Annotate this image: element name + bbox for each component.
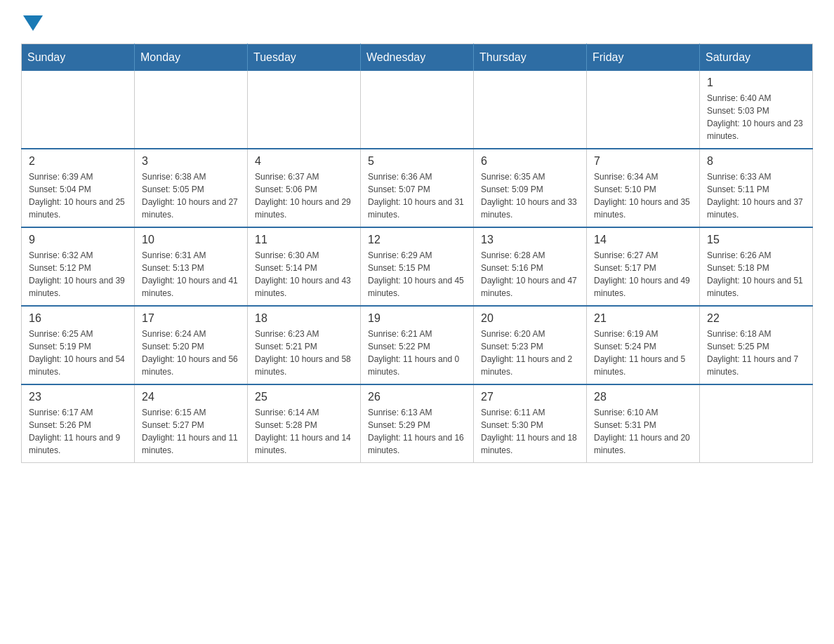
weekday-header-sunday: Sunday — [22, 44, 135, 72]
day-number: 22 — [707, 312, 805, 325]
day-info: Sunrise: 6:40 AMSunset: 5:03 PMDaylight:… — [707, 92, 805, 142]
calendar-week-row: 1Sunrise: 6:40 AMSunset: 5:03 PMDaylight… — [22, 71, 813, 149]
day-info: Sunrise: 6:25 AMSunset: 5:19 PMDaylight:… — [29, 328, 127, 378]
calendar-day-cell: 5Sunrise: 6:36 AMSunset: 5:07 PMDaylight… — [361, 149, 474, 227]
calendar-day-cell: 3Sunrise: 6:38 AMSunset: 5:05 PMDaylight… — [135, 149, 248, 227]
calendar-day-cell: 14Sunrise: 6:27 AMSunset: 5:17 PMDayligh… — [587, 227, 700, 306]
logo — [21, 14, 43, 29]
calendar-day-cell: 23Sunrise: 6:17 AMSunset: 5:26 PMDayligh… — [22, 384, 135, 463]
day-info: Sunrise: 6:27 AMSunset: 5:17 PMDaylight:… — [594, 249, 692, 300]
calendar-day-cell: 22Sunrise: 6:18 AMSunset: 5:25 PMDayligh… — [700, 306, 813, 384]
weekday-header-monday: Monday — [135, 44, 248, 72]
day-info: Sunrise: 6:23 AMSunset: 5:21 PMDaylight:… — [255, 328, 353, 378]
calendar-day-cell: 2Sunrise: 6:39 AMSunset: 5:04 PMDaylight… — [22, 149, 135, 227]
calendar-day-cell: 19Sunrise: 6:21 AMSunset: 5:22 PMDayligh… — [361, 306, 474, 384]
day-number: 15 — [707, 234, 805, 246]
calendar-day-cell — [474, 71, 587, 149]
calendar-week-row: 16Sunrise: 6:25 AMSunset: 5:19 PMDayligh… — [22, 306, 813, 384]
day-number: 11 — [255, 234, 353, 246]
calendar-day-cell: 15Sunrise: 6:26 AMSunset: 5:18 PMDayligh… — [700, 227, 813, 306]
day-info: Sunrise: 6:38 AMSunset: 5:05 PMDaylight:… — [142, 170, 240, 221]
weekday-header-saturday: Saturday — [700, 44, 813, 72]
calendar-day-cell: 6Sunrise: 6:35 AMSunset: 5:09 PMDaylight… — [474, 149, 587, 227]
calendar-day-cell: 10Sunrise: 6:31 AMSunset: 5:13 PMDayligh… — [135, 227, 248, 306]
calendar-day-cell: 8Sunrise: 6:33 AMSunset: 5:11 PMDaylight… — [700, 149, 813, 227]
calendar-day-cell: 26Sunrise: 6:13 AMSunset: 5:29 PMDayligh… — [361, 384, 474, 463]
day-number: 6 — [481, 155, 579, 168]
day-info: Sunrise: 6:24 AMSunset: 5:20 PMDaylight:… — [142, 328, 240, 378]
day-info: Sunrise: 6:32 AMSunset: 5:12 PMDaylight:… — [29, 249, 127, 300]
day-number: 8 — [707, 155, 805, 168]
calendar-day-cell — [248, 71, 361, 149]
day-info: Sunrise: 6:28 AMSunset: 5:16 PMDaylight:… — [481, 249, 579, 300]
day-info: Sunrise: 6:14 AMSunset: 5:28 PMDaylight:… — [255, 406, 353, 457]
weekday-header-wednesday: Wednesday — [361, 44, 474, 72]
calendar-week-row: 23Sunrise: 6:17 AMSunset: 5:26 PMDayligh… — [22, 384, 813, 463]
calendar-day-cell: 4Sunrise: 6:37 AMSunset: 5:06 PMDaylight… — [248, 149, 361, 227]
day-number: 23 — [29, 391, 127, 403]
day-number: 3 — [142, 155, 240, 168]
day-number: 12 — [368, 234, 466, 246]
day-info: Sunrise: 6:29 AMSunset: 5:15 PMDaylight:… — [368, 249, 466, 300]
day-info: Sunrise: 6:21 AMSunset: 5:22 PMDaylight:… — [368, 328, 466, 378]
calendar-day-cell: 18Sunrise: 6:23 AMSunset: 5:21 PMDayligh… — [248, 306, 361, 384]
calendar-day-cell: 1Sunrise: 6:40 AMSunset: 5:03 PMDaylight… — [700, 71, 813, 149]
calendar-day-cell — [22, 71, 135, 149]
calendar-day-cell: 21Sunrise: 6:19 AMSunset: 5:24 PMDayligh… — [587, 306, 700, 384]
day-number: 1 — [707, 76, 805, 89]
day-number: 10 — [142, 234, 240, 246]
day-info: Sunrise: 6:34 AMSunset: 5:10 PMDaylight:… — [594, 170, 692, 221]
calendar-day-cell — [135, 71, 248, 149]
day-number: 18 — [255, 312, 353, 325]
calendar-day-cell: 12Sunrise: 6:29 AMSunset: 5:15 PMDayligh… — [361, 227, 474, 306]
day-number: 28 — [594, 391, 692, 403]
day-number: 21 — [594, 312, 692, 325]
day-number: 20 — [481, 312, 579, 325]
calendar-week-row: 9Sunrise: 6:32 AMSunset: 5:12 PMDaylight… — [22, 227, 813, 306]
day-info: Sunrise: 6:11 AMSunset: 5:30 PMDaylight:… — [481, 406, 579, 457]
calendar-week-row: 2Sunrise: 6:39 AMSunset: 5:04 PMDaylight… — [22, 149, 813, 227]
day-number: 16 — [29, 312, 127, 325]
calendar-table: SundayMondayTuesdayWednesdayThursdayFrid… — [21, 43, 813, 463]
weekday-header-tuesday: Tuesday — [248, 44, 361, 72]
calendar-day-cell — [587, 71, 700, 149]
day-info: Sunrise: 6:20 AMSunset: 5:23 PMDaylight:… — [481, 328, 579, 378]
day-number: 7 — [594, 155, 692, 168]
calendar-day-cell: 11Sunrise: 6:30 AMSunset: 5:14 PMDayligh… — [248, 227, 361, 306]
day-number: 2 — [29, 155, 127, 168]
calendar-day-cell: 17Sunrise: 6:24 AMSunset: 5:20 PMDayligh… — [135, 306, 248, 384]
day-info: Sunrise: 6:33 AMSunset: 5:11 PMDaylight:… — [707, 170, 805, 221]
day-info: Sunrise: 6:31 AMSunset: 5:13 PMDaylight:… — [142, 249, 240, 300]
day-info: Sunrise: 6:36 AMSunset: 5:07 PMDaylight:… — [368, 170, 466, 221]
calendar-day-cell: 27Sunrise: 6:11 AMSunset: 5:30 PMDayligh… — [474, 384, 587, 463]
day-number: 14 — [594, 234, 692, 246]
day-number: 5 — [368, 155, 466, 168]
calendar-day-cell: 16Sunrise: 6:25 AMSunset: 5:19 PMDayligh… — [22, 306, 135, 384]
day-info: Sunrise: 6:37 AMSunset: 5:06 PMDaylight:… — [255, 170, 353, 221]
calendar-day-cell: 13Sunrise: 6:28 AMSunset: 5:16 PMDayligh… — [474, 227, 587, 306]
calendar-day-cell — [361, 71, 474, 149]
day-number: 24 — [142, 391, 240, 403]
weekday-header-row: SundayMondayTuesdayWednesdayThursdayFrid… — [22, 44, 813, 72]
weekday-header-thursday: Thursday — [474, 44, 587, 72]
day-number: 17 — [142, 312, 240, 325]
day-info: Sunrise: 6:35 AMSunset: 5:09 PMDaylight:… — [481, 170, 579, 221]
calendar-day-cell: 24Sunrise: 6:15 AMSunset: 5:27 PMDayligh… — [135, 384, 248, 463]
day-number: 27 — [481, 391, 579, 403]
day-number: 4 — [255, 155, 353, 168]
day-info: Sunrise: 6:17 AMSunset: 5:26 PMDaylight:… — [29, 406, 127, 457]
page-header — [21, 14, 813, 29]
day-number: 25 — [255, 391, 353, 403]
day-info: Sunrise: 6:15 AMSunset: 5:27 PMDaylight:… — [142, 406, 240, 457]
day-number: 19 — [368, 312, 466, 325]
weekday-header-friday: Friday — [587, 44, 700, 72]
day-number: 9 — [29, 234, 127, 246]
calendar-day-cell: 25Sunrise: 6:14 AMSunset: 5:28 PMDayligh… — [248, 384, 361, 463]
day-info: Sunrise: 6:10 AMSunset: 5:31 PMDaylight:… — [594, 406, 692, 457]
day-info: Sunrise: 6:30 AMSunset: 5:14 PMDaylight:… — [255, 249, 353, 300]
day-number: 26 — [368, 391, 466, 403]
calendar-day-cell: 28Sunrise: 6:10 AMSunset: 5:31 PMDayligh… — [587, 384, 700, 463]
day-info: Sunrise: 6:13 AMSunset: 5:29 PMDaylight:… — [368, 406, 466, 457]
calendar-day-cell: 7Sunrise: 6:34 AMSunset: 5:10 PMDaylight… — [587, 149, 700, 227]
day-number: 13 — [481, 234, 579, 246]
